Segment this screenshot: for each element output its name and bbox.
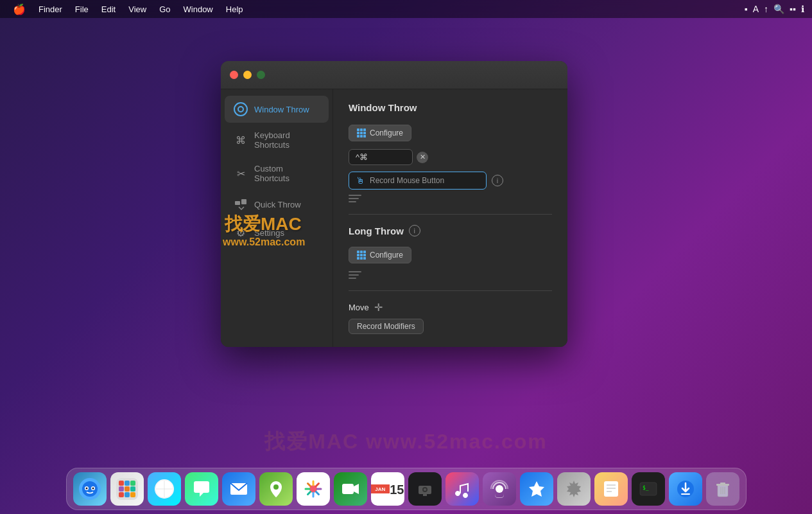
svg-point-7 — [92, 488, 94, 490]
sidebar-label-custom-shortcuts: Custom Shortcuts — [254, 164, 320, 183]
sidebar-label-quick-throw: Quick Throw — [254, 200, 301, 209]
circle-inner — [238, 106, 244, 112]
long-throw-title: Long Throw — [349, 226, 404, 236]
info-icon[interactable]: i — [492, 175, 503, 186]
configure-button[interactable]: Configure — [349, 125, 411, 141]
slider-line-2 — [349, 198, 359, 199]
dock-finder[interactable] — [73, 472, 107, 506]
dock-system-settings[interactable] — [557, 472, 591, 506]
dock-terminal[interactable]: $_ — [632, 472, 665, 506]
shortcut-value: ^⌘ — [356, 152, 368, 162]
dock-photos[interactable] — [297, 472, 330, 506]
sidebar-item-custom-shortcuts[interactable]: ✂ Custom Shortcuts — [225, 157, 329, 190]
move-record-modifiers-button[interactable]: Record Modifiers — [349, 319, 424, 334]
dock-trash[interactable] — [706, 472, 739, 506]
dock: JAN 15 $_ — [66, 468, 747, 510]
menu-window[interactable]: Window — [178, 3, 218, 15]
move-record-label: Record Modifiers — [357, 322, 415, 331]
slider-icon — [349, 195, 361, 202]
battery-icon: ▪ — [745, 4, 748, 14]
main-content: Window Throw Configure ^⌘ ✕ — [333, 89, 567, 347]
clear-shortcut-button[interactable]: ✕ — [417, 152, 428, 163]
menu-file[interactable]: File — [70, 3, 94, 15]
long-throw-info-icon[interactable]: i — [409, 225, 420, 236]
sidebar-item-window-throw[interactable]: Window Throw — [225, 96, 329, 123]
svg-point-25 — [273, 484, 279, 490]
search-icon[interactable]: 🔍 — [773, 4, 784, 14]
settings-icon: ⚙ — [234, 226, 248, 240]
dock-maps[interactable] — [259, 472, 293, 506]
svg-rect-12 — [119, 486, 124, 492]
window-throw-title: Window Throw — [349, 102, 552, 113]
long-throw-configure-button[interactable]: Configure — [349, 247, 411, 263]
keyboard-shortcuts-icon: ⌘ — [234, 133, 248, 147]
sidebar-item-settings[interactable]: ⚙ Settings — [225, 219, 329, 246]
menu-edit[interactable]: Edit — [96, 3, 121, 15]
dock-launchpad[interactable] — [110, 472, 144, 506]
move-divider — [349, 290, 552, 291]
svg-rect-35 — [604, 481, 618, 497]
menu-view[interactable]: View — [123, 3, 151, 15]
notification-icon[interactable]: ℹ — [801, 4, 804, 14]
watermark-bottom: 找爱MAC www.52mac.com — [0, 428, 812, 456]
svg-point-33 — [496, 485, 503, 493]
dock-facetime[interactable] — [334, 472, 367, 506]
maximize-button[interactable] — [257, 71, 265, 79]
sidebar-label-keyboard-shortcuts: Keyboard Shortcuts — [254, 130, 320, 150]
svg-rect-15 — [119, 492, 124, 497]
app-window: Window Throw ⌘ Keyboard Shortcuts ✂ Cust… — [221, 61, 567, 347]
lt-slider-line-3 — [349, 278, 356, 279]
svg-rect-27 — [342, 484, 354, 494]
dock-calendar[interactable]: JAN 15 — [371, 472, 404, 506]
menubar-left: 🍎 Finder File Edit View Go Window Help — [8, 2, 248, 17]
svg-point-6 — [85, 488, 87, 490]
long-throw-header: Long Throw i — [349, 225, 552, 236]
long-throw-slider-row — [349, 271, 552, 279]
menu-go[interactable]: Go — [154, 3, 175, 15]
dock-podcasts[interactable] — [483, 472, 516, 506]
dock-safari[interactable] — [148, 472, 181, 506]
lt-slider-line-2 — [349, 274, 359, 276]
svg-rect-17 — [130, 492, 135, 497]
dock-notes[interactable] — [594, 472, 628, 506]
dock-music[interactable] — [445, 472, 479, 506]
minimize-button[interactable] — [243, 71, 252, 79]
font-icon: A — [753, 4, 759, 14]
svg-rect-14 — [130, 486, 135, 492]
apple-menu[interactable]: 🍎 — [8, 2, 31, 17]
custom-shortcuts-icon: ✂ — [234, 166, 248, 181]
sidebar-item-keyboard-shortcuts[interactable]: ⌘ Keyboard Shortcuts — [225, 124, 329, 156]
section-divider — [349, 214, 552, 215]
window-throw-icon — [234, 102, 248, 116]
move-title: Move — [349, 303, 369, 312]
svg-rect-10 — [125, 481, 130, 486]
dock-messages[interactable] — [185, 472, 218, 506]
slider-line-3 — [349, 201, 356, 202]
dock-apple-tv[interactable] — [408, 472, 442, 506]
lt-slider-line-1 — [349, 271, 361, 272]
move-icon: ✛ — [374, 301, 383, 314]
long-throw-grid-icon — [357, 251, 366, 260]
svg-text:$_: $_ — [643, 485, 649, 491]
mouse-icon: 🖱 — [356, 175, 365, 186]
dock-downloads[interactable] — [669, 472, 702, 506]
configure-label: Configure — [370, 128, 403, 137]
control-center-icon[interactable]: ▪▪ — [790, 4, 796, 14]
menu-finder[interactable]: Finder — [33, 3, 67, 15]
svg-rect-0 — [235, 201, 240, 205]
resize-header: Resize ⤢ — [349, 344, 552, 347]
slider-row — [349, 195, 552, 202]
move-header: Move ✛ — [349, 301, 552, 314]
sidebar-label-window-throw: Window Throw — [254, 105, 309, 114]
shortcut-field[interactable]: ^⌘ — [349, 149, 413, 165]
svg-rect-9 — [119, 481, 124, 486]
close-button[interactable] — [230, 71, 238, 79]
resize-title: Resize — [349, 346, 374, 347]
mouse-record-field[interactable]: 🖱 Record Mouse Button — [349, 172, 487, 190]
dock-app-store[interactable] — [520, 472, 553, 506]
sidebar: Window Throw ⌘ Keyboard Shortcuts ✂ Cust… — [221, 89, 333, 347]
menu-help[interactable]: Help — [221, 3, 248, 15]
sidebar-item-quick-throw[interactable]: Quick Throw — [225, 191, 329, 218]
dock-mail[interactable] — [222, 472, 255, 506]
airdrop-icon: ↑ — [764, 4, 768, 14]
